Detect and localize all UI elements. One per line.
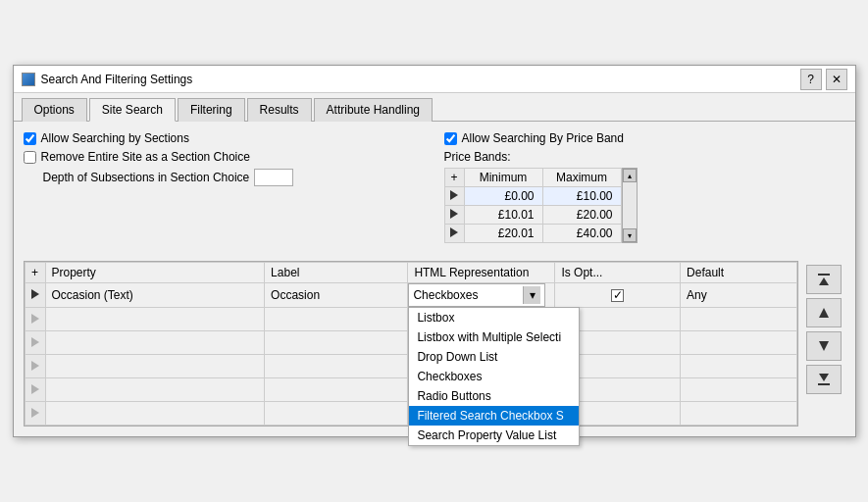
- help-button[interactable]: ?: [800, 69, 822, 90]
- dropdown-item-radio[interactable]: Radio Buttons: [409, 386, 579, 406]
- dropdown-item-listbox[interactable]: Listbox: [409, 308, 579, 327]
- remove-site-row: Remove Entire Site as a Section Choice: [24, 150, 425, 164]
- allow-sections-checkbox[interactable]: [24, 132, 36, 145]
- title-bar: Search And Filtering Settings ? ✕: [14, 66, 855, 93]
- scroll-up-btn[interactable]: ▴: [623, 169, 637, 182]
- dropdown-popup: Listbox Listbox with Multiple Selecti Dr…: [408, 307, 580, 446]
- move-down-icon: [816, 338, 832, 354]
- main-window: Search And Filtering Settings ? ✕ Option…: [13, 65, 856, 437]
- price-row-3-max: £40.00: [542, 225, 621, 243]
- bottom-layout: + Property Label HTML Representation Is …: [24, 261, 845, 427]
- left-options: Allow Searching by Sections Remove Entir…: [24, 131, 425, 243]
- depth-row: Depth of Subsections in Section Choice 1: [24, 169, 425, 186]
- svg-marker-1: [819, 277, 829, 285]
- row1-label: Occasion: [265, 283, 408, 308]
- row1-html-rep: Checkboxes ▾ Listbox Listbox with Multip…: [408, 283, 555, 308]
- empty-arrow-5: [25, 402, 45, 426]
- allow-sections-row: Allow Searching by Sections: [24, 131, 425, 145]
- price-row-2-max: £20.00: [542, 206, 621, 225]
- col-label: Label: [265, 263, 408, 283]
- row1-arrow: [25, 283, 45, 308]
- tab-results[interactable]: Results: [247, 98, 312, 122]
- price-row-2[interactable]: £10.01 £20.00: [444, 206, 621, 225]
- price-table-scrollbar[interactable]: ▴ ▾: [622, 168, 638, 243]
- tab-bar: Options Site Search Filtering Results At…: [14, 93, 855, 122]
- empty-arrow-3: [25, 355, 45, 378]
- right-options: Allow Searching By Price Band Price Band…: [444, 131, 845, 243]
- dropdown-item-filtered[interactable]: Filtered Search Checkbox S: [409, 406, 579, 426]
- price-row-3-arrow: [444, 225, 464, 243]
- depth-input[interactable]: 1: [254, 169, 293, 186]
- col-is-opt: Is Opt...: [555, 263, 681, 283]
- row1-is-opt-checkbox[interactable]: ✓: [611, 289, 624, 302]
- dropdown-item-listbox-multi[interactable]: Listbox with Multiple Selecti: [409, 327, 579, 347]
- row1-property: Occasion (Text): [45, 283, 265, 308]
- col-html-rep: HTML Representation: [408, 263, 555, 283]
- remove-site-label: Remove Entire Site as a Section Choice: [41, 150, 250, 164]
- empty-arrow-4: [25, 378, 45, 402]
- allow-price-band-row: Allow Searching By Price Band: [444, 131, 845, 145]
- top-section: Allow Searching by Sections Remove Entir…: [24, 131, 845, 243]
- price-row-3-min: £20.01: [464, 225, 542, 243]
- allow-price-band-checkbox[interactable]: [444, 132, 457, 145]
- allow-sections-label: Allow Searching by Sections: [41, 131, 189, 145]
- price-bands-table: + Minimum Maximum £0.00 £10.00: [444, 168, 622, 243]
- move-bottom-button[interactable]: [806, 365, 842, 394]
- dropdown-arrow[interactable]: ▾: [523, 286, 540, 304]
- window-title: Search And Filtering Settings: [41, 73, 193, 86]
- move-bottom-icon: [816, 372, 832, 387]
- empty-cell-1a: [45, 308, 265, 331]
- price-add-btn[interactable]: +: [444, 169, 464, 187]
- tab-filtering[interactable]: Filtering: [178, 98, 245, 122]
- price-min-header: Minimum: [464, 169, 542, 187]
- dropdown-selected-value: Checkboxes: [413, 288, 523, 302]
- price-row-1-max: £10.00: [542, 187, 621, 206]
- move-top-button[interactable]: [806, 265, 842, 294]
- move-down-button[interactable]: [806, 331, 842, 361]
- main-property-table: + Property Label HTML Representation Is …: [25, 262, 797, 426]
- title-bar-controls: ? ✕: [800, 69, 847, 90]
- price-row-1-arrow: [444, 187, 464, 206]
- price-band-section: Price Bands: + Minimum Maximum: [444, 150, 845, 243]
- move-top-icon: [816, 272, 832, 287]
- col-property: Property: [45, 263, 265, 283]
- row1-is-opt: ✓: [555, 283, 681, 308]
- dropdown-item-search-prop[interactable]: Search Property Value List: [409, 426, 579, 445]
- table-row-1[interactable]: Occasion (Text) Occasion Checkboxes ▾: [25, 283, 796, 308]
- allow-price-band-label: Allow Searching By Price Band: [462, 131, 624, 145]
- tab-site-search[interactable]: Site Search: [89, 98, 176, 122]
- tab-options[interactable]: Options: [22, 98, 87, 122]
- empty-arrow-2: [25, 331, 45, 355]
- price-bands-label: Price Bands:: [444, 150, 845, 164]
- depth-label: Depth of Subsections in Section Choice: [43, 171, 250, 184]
- remove-site-checkbox[interactable]: [24, 151, 36, 164]
- side-buttons: [802, 261, 845, 398]
- price-row-1-min: £0.00: [464, 187, 542, 206]
- svg-marker-3: [819, 341, 829, 351]
- main-property-table-wrap: + Property Label HTML Representation Is …: [24, 261, 798, 427]
- svg-marker-5: [819, 374, 829, 381]
- price-row-2-arrow: [444, 206, 464, 225]
- price-row-3[interactable]: £20.01 £40.00: [444, 225, 621, 243]
- price-max-header: Maximum: [542, 169, 621, 187]
- app-icon: [22, 73, 35, 86]
- col-default: Default: [681, 263, 796, 283]
- price-row-1[interactable]: £0.00 £10.00: [444, 187, 621, 206]
- move-up-button[interactable]: [806, 298, 842, 327]
- scroll-down-btn[interactable]: ▾: [623, 228, 637, 242]
- move-up-icon: [816, 305, 832, 321]
- title-bar-left: Search And Filtering Settings: [22, 73, 193, 86]
- scroll-track: [623, 182, 637, 228]
- table-add-btn[interactable]: +: [25, 263, 45, 283]
- row1-default: Any: [681, 283, 796, 308]
- price-row-2-min: £10.01: [464, 206, 542, 225]
- empty-arrow-1: [25, 308, 45, 331]
- svg-marker-2: [819, 308, 829, 318]
- tab-attribute-handling[interactable]: Attribute Handling: [314, 98, 433, 122]
- close-button[interactable]: ✕: [826, 69, 847, 90]
- html-rep-dropdown[interactable]: Checkboxes ▾ Listbox Listbox with Multip…: [408, 283, 554, 307]
- dropdown-item-dropdown[interactable]: Drop Down List: [409, 347, 579, 367]
- dropdown-item-checkboxes[interactable]: Checkboxes: [409, 367, 579, 386]
- main-content: Allow Searching by Sections Remove Entir…: [14, 122, 855, 436]
